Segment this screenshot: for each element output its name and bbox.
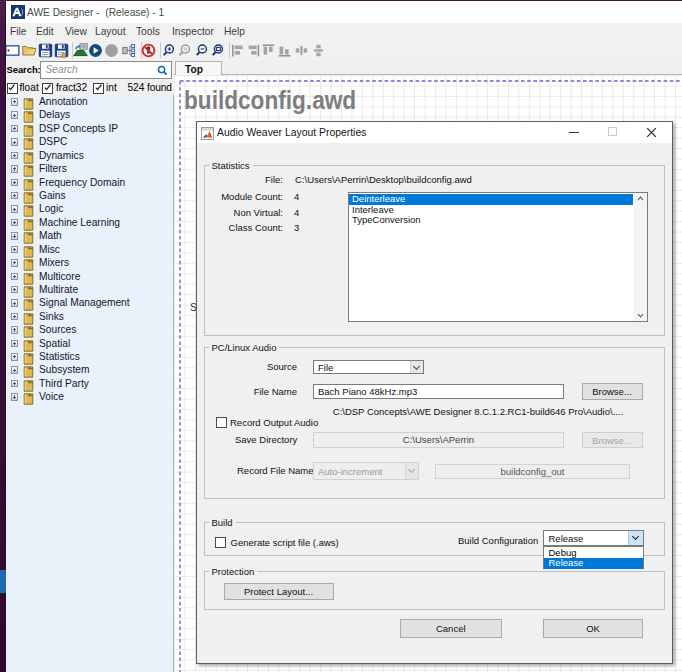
svg-text:%: %	[183, 47, 187, 52]
